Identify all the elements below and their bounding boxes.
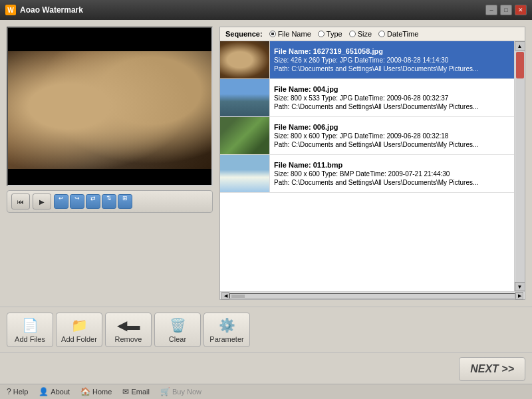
radio-size-circle [349,31,356,37]
file-path-2: Path: C:\Documents and Settings\All User… [274,103,510,110]
rotate-left-button[interactable]: ↩ [54,194,68,209]
add-files-button[interactable]: 📄 Add Files [7,313,53,347]
file-path-4: Path: C:\Documents and Settings\All User… [274,179,510,186]
parameter-icon: ⚙️ [219,317,235,333]
left-panel: ⏮ ▶ ↩ ↪ ⇄ ⇅ ⊞ [7,27,213,300]
app-title: Aoao Watermark [20,5,485,15]
home-link[interactable]: 🏠 Home [80,387,112,396]
scroll-track[interactable] [515,51,525,282]
video-image [8,28,211,185]
radio-datetime[interactable]: DateTime [378,30,418,38]
prev-button[interactable]: ⏮ [11,194,30,209]
scroll-right-arrow[interactable]: ▶ [515,292,523,300]
file-thumb-2 [220,79,270,116]
radio-size-label: Size [358,30,372,38]
file-item-3[interactable]: File Name: 006.jpg Size: 532 x 399 Type:… [220,117,514,155]
scroll-up-arrow[interactable]: ▲ [515,41,525,51]
file-name-2: File Name: 004.jpg [274,85,510,93]
help-label: Help [13,388,29,396]
file-name-1: File Name: 1627319_651058.jpg [274,47,510,55]
help-icon: ? [7,387,11,396]
clear-button[interactable]: 🗑️ Clear [154,313,201,347]
remove-icon: ◀▬ [117,317,140,333]
title-bar: W Aoao Watermark – □ ✕ [0,0,532,20]
main-window: ⏮ ▶ ↩ ↪ ⇄ ⇅ ⊞ Sequence: File Name [0,20,532,399]
file-path-3: Path: C:\Documents and Settings\All User… [274,141,510,148]
right-panel: Sequence: File Name Type Size DateTime [219,27,525,300]
file-item-4[interactable]: File Name: 011.bmp Size: 532 x 399 Type:… [220,155,514,193]
h-scroll-track[interactable] [229,293,515,299]
footer-bar: ? Help 👤 About 🏠 Home ✉ Email 🛒 Buy Now [0,384,532,399]
radio-type-circle [318,31,325,37]
file-info-3: File Name: 006.jpg Size: 532 x 399 Type:… [270,117,514,154]
scroll-left-arrow[interactable]: ◀ [221,292,229,300]
remove-button[interactable]: ◀▬ Remove [105,313,152,347]
buy-now-label: Buy Now [172,388,201,396]
scroll-down-arrow[interactable]: ▼ [515,282,525,291]
controls-group: ↩ ↪ ⇄ ⇅ ⊞ [54,194,132,209]
radio-filename-label: File Name [278,30,311,38]
file-path-1: Path: C:\Documents and Settings\All User… [274,65,510,72]
file-item-1[interactable]: File Name: 1627319_651058.jpg Size: 426 … [220,41,514,79]
file-info-2: File Name: 004.jpg Size: 800 x 533 Type:… [270,79,514,116]
file-thumb-1 [220,41,270,78]
sequence-bar: Sequence: File Name Type Size DateTime [220,27,525,41]
video-preview [7,27,213,186]
radio-type-label: Type [327,30,342,38]
maximize-button[interactable]: □ [500,5,512,15]
parameter-label: Parameter [209,335,243,343]
radio-type[interactable]: Type [318,30,342,38]
file-name-4: File Name: 011.bmp [274,161,510,169]
minimize-button[interactable]: – [485,5,497,15]
clear-icon: 🗑️ [170,317,186,333]
horizontal-scrollbar[interactable]: ◀ ▶ [220,291,525,299]
buy-now-icon: 🛒 [160,387,170,396]
parameter-button[interactable]: ⚙️ Parameter [203,313,250,347]
radio-filename-circle [269,31,276,37]
radio-datetime-label: DateTime [387,30,418,38]
about-link[interactable]: 👤 About [39,387,70,396]
remove-label: Remove [115,335,142,343]
radio-filename[interactable]: File Name [269,30,311,38]
home-icon: 🏠 [80,387,90,396]
buy-now-link[interactable]: 🛒 Buy Now [160,387,201,396]
file-meta-3: Size: 532 x 399 Type: JPG DateTime: 2009… [274,132,510,140]
next-button[interactable]: NEXT >> [459,357,525,381]
home-label: Home [92,388,112,396]
file-name-3: File Name: 006.jpg [274,123,510,131]
file-meta-4: Size: 532 x 399 Type: BMP DateTime: 2009… [274,170,510,178]
email-link[interactable]: ✉ Email [122,387,150,396]
file-item-2[interactable]: File Name: 004.jpg Size: 800 x 533 Type:… [220,79,514,117]
help-link[interactable]: ? Help [7,387,28,396]
flip-h-button[interactable]: ⇄ [86,194,100,209]
email-label: Email [131,388,150,396]
clear-label: Clear [169,335,186,343]
close-button[interactable]: ✕ [515,5,527,15]
rotate-right-button[interactable]: ↪ [70,194,84,209]
sequence-label: Sequence: [225,30,263,38]
controls-bar: ⏮ ▶ ↩ ↪ ⇄ ⇅ ⊞ [7,190,213,213]
about-label: About [51,388,70,396]
h-scroll-thumb[interactable] [231,295,245,299]
scroll-thumb[interactable] [516,52,524,78]
add-files-label: Add Files [15,335,45,343]
play-button[interactable]: ▶ [33,194,51,209]
app-icon: W [5,5,16,15]
radio-size[interactable]: Size [349,30,372,38]
toolbar: 📄 Add Files 📁 Add Folder ◀▬ Remove 🗑️ Cl… [0,307,532,352]
add-folder-button[interactable]: 📁 Add Folder [56,313,102,347]
add-folder-label: Add Folder [61,335,97,343]
about-icon: 👤 [39,387,49,396]
vertical-scrollbar[interactable]: ▲ ▼ [514,41,525,291]
file-thumb-3 [220,117,270,154]
content-area: ⏮ ▶ ↩ ↪ ⇄ ⇅ ⊞ Sequence: File Name [0,20,532,307]
radio-datetime-circle [378,31,385,37]
file-info-1: File Name: 1627319_651058.jpg Size: 426 … [270,41,514,78]
grid-button[interactable]: ⊞ [118,194,132,209]
file-meta-2: Size: 800 x 533 Type: JPG DateTime: 2009… [274,94,510,102]
file-info-4: File Name: 011.bmp Size: 532 x 399 Type:… [270,155,514,192]
list-with-scroll: File Name: 1627319_651058.jpg Size: 426 … [220,41,525,291]
flip-v-button[interactable]: ⇅ [102,194,116,209]
file-meta-1: Size: 426 x 260 Type: JPG DateTime: 2009… [274,57,510,64]
add-folder-icon: 📁 [71,317,88,333]
